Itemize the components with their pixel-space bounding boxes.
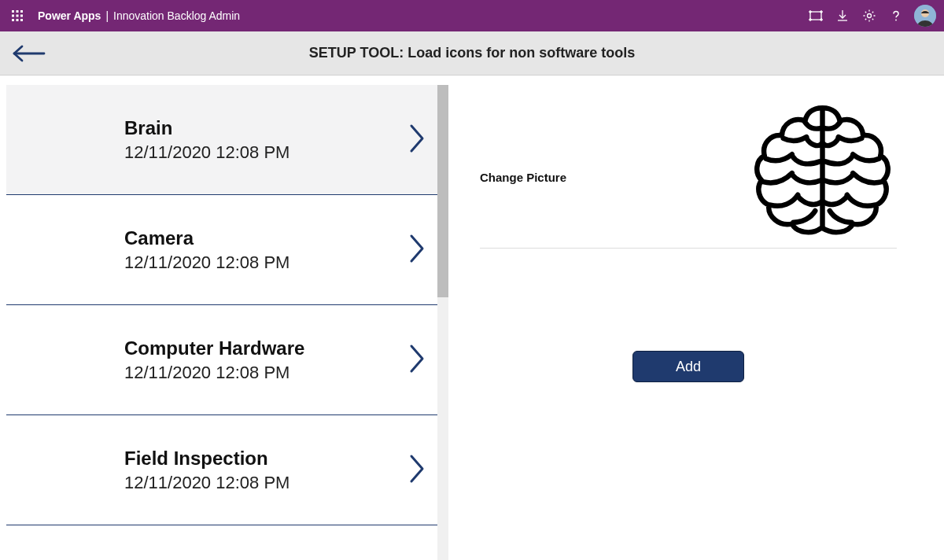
list-item-date: 12/11/2020 12:08 PM <box>124 252 289 273</box>
fit-to-screen-icon[interactable] <box>802 0 829 31</box>
chevron-right-icon <box>409 344 425 377</box>
svg-rect-4 <box>17 15 19 17</box>
list-item-date: 12/11/2020 12:08 PM <box>124 473 289 493</box>
chevron-right-icon <box>409 454 425 487</box>
user-avatar[interactable] <box>914 5 936 27</box>
list-scrollbar-thumb[interactable] <box>437 85 448 297</box>
help-icon[interactable] <box>883 0 909 31</box>
list-scrollbar[interactable] <box>437 85 448 560</box>
content-area: Brain12/11/2020 12:08 PMCamera12/11/2020… <box>0 76 944 560</box>
list-item-name: Computer Hardware <box>124 337 304 359</box>
list-item-name: Camera <box>124 227 289 249</box>
svg-rect-2 <box>20 10 23 13</box>
list-item-date: 12/11/2020 12:08 PM <box>124 363 304 383</box>
svg-rect-7 <box>17 19 19 21</box>
page-sub-header: SETUP TOOL: Load icons for non software … <box>0 31 944 76</box>
back-arrow-icon[interactable] <box>11 43 46 64</box>
brain-icon <box>747 99 897 241</box>
page-title: SETUP TOOL: Load icons for non software … <box>0 45 944 61</box>
add-button[interactable]: Add <box>632 351 744 382</box>
svg-rect-5 <box>20 15 23 17</box>
app-top-bar: Power Apps | Innovation Backlog Admin <box>0 0 944 31</box>
app-launcher-icon[interactable] <box>8 6 27 25</box>
change-picture-label: Change Picture <box>480 171 566 184</box>
chevron-right-icon <box>409 234 425 267</box>
list-pane: Brain12/11/2020 12:08 PMCamera12/11/2020… <box>0 76 448 560</box>
settings-gear-icon[interactable] <box>856 0 883 31</box>
svg-rect-3 <box>12 15 14 17</box>
svg-rect-9 <box>810 12 821 20</box>
svg-point-20 <box>868 14 872 18</box>
svg-rect-1 <box>17 10 19 13</box>
brand-divider: | <box>105 9 109 22</box>
list-item-date: 12/11/2020 12:08 PM <box>124 142 289 163</box>
list-item[interactable]: Computer Hardware12/11/2020 12:08 PM <box>6 305 439 415</box>
list-item[interactable]: Brain12/11/2020 12:08 PM <box>6 85 439 195</box>
chevron-right-icon <box>409 123 425 157</box>
svg-rect-6 <box>12 19 14 21</box>
change-picture-row[interactable]: Change Picture <box>480 91 897 249</box>
list-item[interactable]: Camera12/11/2020 12:08 PM <box>6 195 439 305</box>
svg-rect-0 <box>12 10 14 13</box>
icon-list: Brain12/11/2020 12:08 PMCamera12/11/2020… <box>6 85 439 525</box>
app-name-label: Innovation Backlog Admin <box>113 9 240 22</box>
list-item-name: Field Inspection <box>124 448 289 470</box>
svg-rect-8 <box>20 19 23 21</box>
download-icon[interactable] <box>829 0 856 31</box>
detail-pane: Change Picture <box>448 76 944 560</box>
list-item-name: Brain <box>124 117 289 139</box>
list-item[interactable]: Field Inspection12/11/2020 12:08 PM <box>6 415 439 525</box>
brand-label: Power Apps <box>38 9 101 22</box>
svg-point-21 <box>895 20 897 21</box>
